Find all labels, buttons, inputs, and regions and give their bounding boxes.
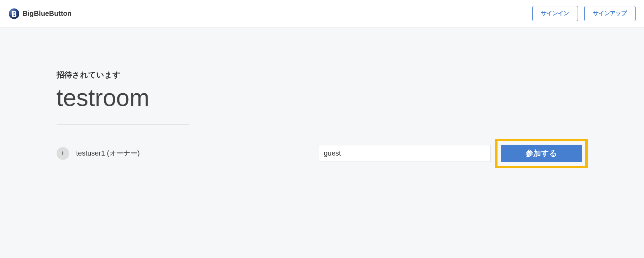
signup-button[interactable]: サインアップ	[584, 6, 636, 21]
avatar: t	[57, 147, 69, 160]
signin-button[interactable]: サインイン	[532, 6, 578, 21]
join-area: 参加する	[319, 139, 588, 168]
info-row: t testuser1 (オーナー) 参加する	[57, 139, 588, 168]
owner-label: testuser1 (オーナー)	[76, 149, 140, 158]
owner-area: t testuser1 (オーナー)	[57, 147, 140, 160]
join-highlight-box: 参加する	[495, 139, 588, 168]
room-title: testroom	[57, 84, 588, 111]
logo-area[interactable]: BigBlueButton	[8, 8, 72, 19]
main-content: 招待されています testroom t testuser1 (オーナー) 参加す…	[48, 27, 596, 189]
logo-text: BigBlueButton	[22, 10, 72, 18]
join-button[interactable]: 参加する	[501, 145, 582, 162]
header-actions: サインイン サインアップ	[532, 6, 636, 21]
divider	[57, 124, 189, 125]
invite-label: 招待されています	[57, 70, 588, 80]
bigbluebutton-logo-icon	[8, 8, 20, 19]
name-input[interactable]	[319, 145, 491, 162]
header: BigBlueButton サインイン サインアップ	[0, 0, 644, 27]
